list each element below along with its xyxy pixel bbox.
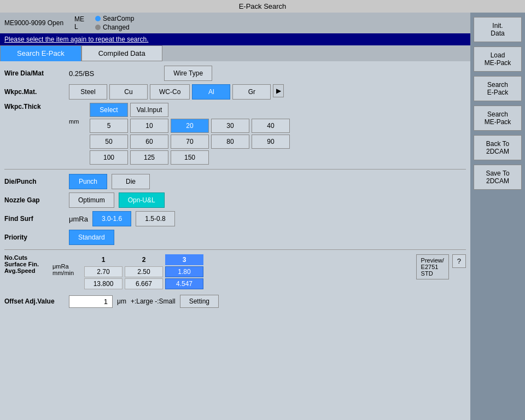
nozzle-gap-row: Nozzle Gap Optimum Opn-U&L <box>4 192 466 208</box>
wkpc-mat-label: Wkpc.Mat. <box>4 88 65 96</box>
thickness-row-3: 100 125 150 <box>90 150 290 165</box>
main-area: ME9000-9099 Open ME L SearComp Changed <box>0 13 525 420</box>
app-window: E-Pack Search ME9000-9099 Open ME L Sear… <box>0 0 525 420</box>
blue-dot <box>95 16 101 21</box>
changed-label: Changed <box>103 24 130 31</box>
me-label: ME <box>74 15 84 23</box>
cut-cell-3-2: 4.547 <box>165 278 203 289</box>
preview-line2: E2751 <box>421 264 444 270</box>
cuts-unit: μmRa mm/min <box>52 263 80 276</box>
preview-line3: STD <box>421 270 444 277</box>
cuts-labels: No.Cuts Surface Fin. Avg.Speed <box>4 254 48 274</box>
content-panel: ME9000-9099 Open ME L SearComp Changed <box>0 13 470 420</box>
init-data-button[interactable]: Init.Data <box>474 17 522 42</box>
tabs-bar: Search E-Pack Compiled Data <box>0 45 470 61</box>
thick-30-button[interactable]: 30 <box>211 119 249 133</box>
cut-header-1: 1 <box>84 254 122 265</box>
thick-10-button[interactable]: 10 <box>130 119 168 133</box>
setting-button[interactable]: Setting <box>180 295 219 308</box>
cut-col-1: 1 2.70 13.800 <box>84 254 122 289</box>
die-button[interactable]: Die <box>112 174 150 189</box>
surf-3016-button[interactable]: 3.0-1.6 <box>92 211 131 226</box>
back-2dcam-button[interactable]: Back To2DCAM <box>474 135 522 160</box>
cut-cell-2-2: 6.667 <box>125 278 163 289</box>
message-text: Please select the item again to repeat t… <box>4 36 149 43</box>
find-surf-row: Find Surf μmRa 3.0-1.6 1.5-0.8 <box>4 211 466 226</box>
preview-box: Preview/ E2751 STD <box>416 254 449 279</box>
tab-search-label: Search E-Pack <box>17 49 65 57</box>
side-panel: Init.Data LoadME-Pack SearchE-Pack Searc… <box>470 13 525 420</box>
cut-cell-3-1: 1.80 <box>165 266 203 277</box>
thickness-row-1: 5 10 20 30 40 <box>90 119 290 133</box>
offset-desc: +:Large -:Small <box>131 298 176 305</box>
thick-125-button[interactable]: 125 <box>130 150 168 165</box>
offset-input[interactable] <box>69 295 113 308</box>
save-2dcam-button[interactable]: Save To2DCAM <box>474 165 522 190</box>
thick-60-button[interactable]: 60 <box>130 135 168 149</box>
surf-1508-button[interactable]: 1.5-0.8 <box>136 211 174 226</box>
thickness-row-2: 50 60 70 80 90 <box>90 135 290 149</box>
mat-gr-button[interactable]: Gr <box>232 84 271 100</box>
thick-40-button[interactable]: 40 <box>252 119 290 133</box>
umra2-label: μmRa <box>52 263 80 270</box>
window-title: E-Pack Search <box>239 2 287 10</box>
mat-buttons: Steel Cu WC-Co Al Gr ▶ <box>69 84 284 100</box>
thick-50-button[interactable]: 50 <box>90 135 128 149</box>
tab-search-epack[interactable]: Search E-Pack <box>0 45 81 61</box>
umra-label: μmRa <box>69 215 88 223</box>
wire-type-button[interactable]: Wire Type <box>164 66 212 81</box>
mat-arrow-button[interactable]: ▶ <box>273 84 284 97</box>
title-bar: E-Pack Search <box>0 0 525 13</box>
standard-button[interactable]: Standard <box>69 230 114 245</box>
cuts-row: No.Cuts Surface Fin. Avg.Speed μmRa mm/m… <box>4 254 466 289</box>
select-button[interactable]: Select <box>90 103 128 117</box>
tab-compiled[interactable]: Compiled Data <box>81 45 162 61</box>
status-mid: ME L <box>74 15 84 31</box>
optimum-button[interactable]: Optimum <box>69 192 114 208</box>
val-input-button[interactable]: Val.Input <box>130 103 168 117</box>
die-punch-row: Die/Punch Punch Die <box>4 174 466 189</box>
cut-cell-1-2: 13.800 <box>84 278 122 289</box>
nozzle-gap-label: Nozzle Gap <box>4 196 65 204</box>
thick-5-button[interactable]: 5 <box>90 119 128 133</box>
thick-90-button[interactable]: 90 <box>252 135 290 149</box>
search-e-pack-button[interactable]: SearchE-Pack <box>474 76 522 101</box>
thick-20-button[interactable]: 20 <box>171 119 209 133</box>
thickness-top-row: Select Val.Input <box>90 103 290 117</box>
l-label: L <box>74 23 84 31</box>
mm-min-label: mm/min <box>52 270 80 276</box>
thick-70-button[interactable]: 70 <box>171 135 209 149</box>
cut-col-2: 2 2.50 6.667 <box>125 254 163 289</box>
divider-2 <box>4 249 466 250</box>
avg-speed-label: Avg.Speed <box>4 267 48 274</box>
form-area: Wire Dia/Mat 0.25/BS Wire Type Wkpc.Mat.… <box>0 61 470 420</box>
mm-label: mm <box>69 118 85 125</box>
load-me-pack-button[interactable]: LoadME-Pack <box>474 46 522 72</box>
offset-label: Offset Adj.Value <box>4 298 65 305</box>
priority-row: Priority Standard <box>4 230 466 245</box>
wkpc-thick-row: Wkpc.Thick mm Select Val.Input 5 10 20 3… <box>4 103 466 165</box>
mat-al-button[interactable]: Al <box>192 84 230 100</box>
wire-dia-label: Wire Dia/Mat <box>4 69 65 77</box>
divider-1 <box>4 169 466 170</box>
thick-100-button[interactable]: 100 <box>90 150 128 165</box>
message-bar: Please select the item again to repeat t… <box>0 33 470 45</box>
thick-150-button[interactable]: 150 <box>171 150 209 165</box>
opn-ul-button[interactable]: Opn-U&L <box>119 192 165 208</box>
die-punch-label: Die/Punch <box>4 178 65 185</box>
question-button[interactable]: ? <box>452 254 466 268</box>
thick-80-button[interactable]: 80 <box>211 135 249 149</box>
cut-cell-2-1: 2.50 <box>125 266 163 277</box>
wire-dia-value: 0.25/BS <box>69 69 94 78</box>
punch-button[interactable]: Punch <box>69 174 107 189</box>
mat-steel-button[interactable]: Steel <box>69 84 107 100</box>
priority-label: Priority <box>4 234 65 241</box>
mat-cu-button[interactable]: Cu <box>109 84 148 100</box>
surface-fin-label: Surface Fin. <box>4 261 48 267</box>
search-me-pack-button[interactable]: SearchME-Pack <box>474 106 522 131</box>
mat-wcco-button[interactable]: WC-Co <box>150 84 190 100</box>
searcomp-label: SearComp <box>103 15 134 22</box>
status-bar: ME9000-9099 Open ME L SearComp Changed <box>0 13 470 33</box>
tab-compiled-label: Compiled Data <box>98 49 145 57</box>
cut-cell-1-1: 2.70 <box>84 266 122 277</box>
